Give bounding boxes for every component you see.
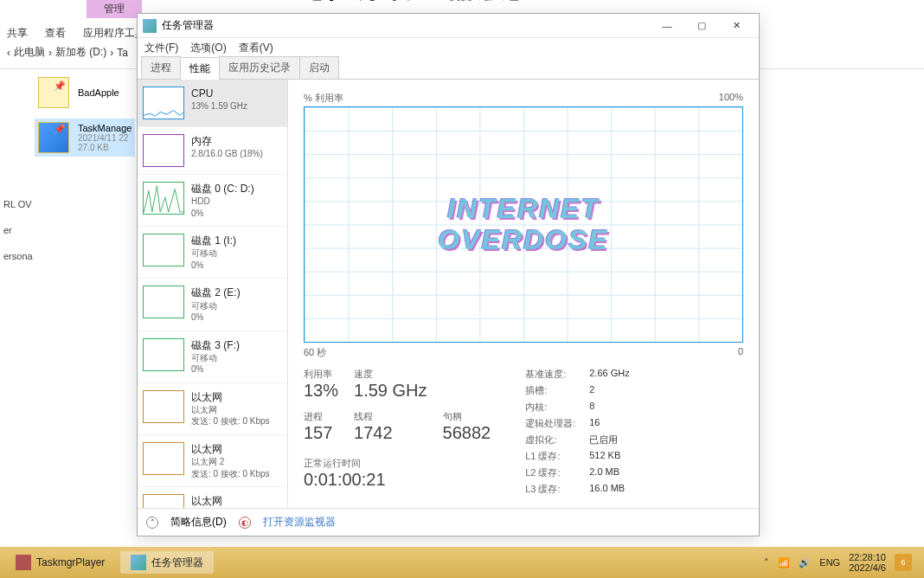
breadcrumb[interactable]: ‹ 此电脑 › 新加卷 (D:) › Ta <box>7 45 128 60</box>
chart-art-overlay: INTERNET OVERDOSE <box>311 114 735 335</box>
tray-chevron-icon[interactable]: ˄ <box>764 557 769 568</box>
detail-value: 2.66 GHz <box>589 368 629 381</box>
detail-label: L2 缓存: <box>525 466 575 479</box>
toolbar-view[interactable]: 查看 <box>45 26 66 41</box>
menu-view[interactable]: 查看(V) <box>239 41 273 55</box>
detail-label: 内核: <box>525 401 575 414</box>
panel-name: 以太网 <box>191 442 270 456</box>
panel-net-7[interactable]: 以太网以太网 2发送: 0 接收: 0 Kbps <box>138 435 287 487</box>
clock[interactable]: 22:28:10 2022/4/6 <box>849 552 886 573</box>
taskbar-item-taskmgr[interactable]: 任务管理器 <box>120 551 214 574</box>
taskbar[interactable]: TaskmgrPlayer 任务管理器 ˄ 📶 🔊 ENG 22:28:10 2… <box>0 547 924 578</box>
chart-label-0: 0 <box>738 346 743 359</box>
panel-net-6[interactable]: 以太网以太网发送: 0 接收: 0 Kbps <box>138 383 287 435</box>
chart-label-100: 100% <box>719 92 743 105</box>
volume-icon[interactable]: 🔊 <box>799 557 811 568</box>
taskmgr-icon <box>143 19 157 33</box>
network-icon[interactable]: 📶 <box>778 557 790 568</box>
detail-value: 512 KB <box>589 450 629 463</box>
open-resmon-link[interactable]: 打开资源监视器 <box>263 515 336 530</box>
file-item-taskmanager[interactable]: TaskManage 2021/4/11 22 27.0 KB <box>35 119 135 157</box>
thumb-chart-icon <box>143 442 184 475</box>
pin-icon: 📌 <box>54 124 66 135</box>
panel-name: 内存 <box>191 134 263 148</box>
chevron-up-icon[interactable]: ˄ <box>146 517 158 529</box>
cpu-utilization-chart[interactable]: INTERNET OVERDOSE <box>304 106 743 343</box>
taskbar-item-player[interactable]: TaskmgrPlayer <box>5 551 115 574</box>
menu-options[interactable]: 选项(O) <box>190 41 226 55</box>
detail-value: 8 <box>589 401 629 414</box>
thumb-chart-icon <box>143 182 184 215</box>
overlay-title: 【任务管理器版】 <box>295 0 537 7</box>
panel-mem-1[interactable]: 内存2.8/16.0 GB (18%) <box>138 127 287 175</box>
panel-cpu-0[interactable]: CPU13% 1.59 GHz <box>138 80 287 127</box>
file-item-badapple[interactable]: BadApple <box>35 74 135 112</box>
explorer-sidebar: RL OV er ersona <box>0 199 33 261</box>
explorer-file-list: 📌 BadApple 📌 TaskManage 2021/4/11 22 27.… <box>35 74 135 157</box>
ime-indicator[interactable]: ENG <box>819 557 840 568</box>
panel-name: CPU <box>191 87 247 100</box>
thumb-chart-icon <box>143 134 184 167</box>
titlebar[interactable]: 任务管理器 — ▢ ✕ <box>138 14 759 38</box>
tab-performance[interactable]: 性能 <box>180 57 220 80</box>
panel-disk-3[interactable]: 磁盘 1 (I:)可移动0% <box>138 227 287 279</box>
pin-icon: 📌 <box>54 80 66 92</box>
stat-speed: 1.59 GHz <box>354 381 427 401</box>
tab-processes[interactable]: 进程 <box>141 56 181 79</box>
close-button[interactable]: ✕ <box>719 16 754 36</box>
stat-uptime: 0:01:00:21 <box>304 470 491 490</box>
performance-sidebar[interactable]: CPU13% 1.59 GHz内存2.8/16.0 GB (18%)磁盘 0 (… <box>138 80 288 508</box>
thumb-chart-icon <box>143 234 184 267</box>
system-tray[interactable]: ˄ 📶 🔊 ENG 22:28:10 2022/4/6 6 <box>764 552 919 573</box>
tab-startup[interactable]: 启动 <box>299 56 339 79</box>
maximize-button[interactable]: ▢ <box>684 16 719 36</box>
stat-handles: 56882 <box>443 423 491 443</box>
panel-disk-4[interactable]: 磁盘 2 (E:)可移动0% <box>138 279 287 331</box>
thumb-chart-icon <box>143 390 184 423</box>
tab-app-history[interactable]: 应用历史记录 <box>219 56 300 79</box>
detail-value: 已启用 <box>589 434 629 446</box>
menu-file[interactable]: 文件(F) <box>144 41 178 55</box>
detail-label: 逻辑处理器: <box>525 417 575 430</box>
minimize-button[interactable]: — <box>650 16 684 36</box>
taskmgr-footer: ˄ 简略信息(D) ◐ 打开资源监视器 <box>138 508 759 536</box>
stat-processes: 157 <box>304 423 338 443</box>
thumb-chart-icon <box>143 494 184 508</box>
detail-value: 2.0 MB <box>589 466 629 479</box>
detail-label: L3 缓存: <box>525 483 575 496</box>
menu-bar: 文件(F) 选项(O) 查看(V) <box>138 38 759 57</box>
detail-value: 16.0 MB <box>589 483 629 496</box>
toolbar-share[interactable]: 共享 <box>7 26 28 41</box>
brief-info-link[interactable]: 简略信息(D) <box>170 515 227 530</box>
panel-name: 以太网 <box>191 390 270 404</box>
thumb-chart-icon <box>143 87 184 119</box>
tab-bar: 进程 性能 应用历史记录 启动 <box>138 57 759 80</box>
panel-disk-5[interactable]: 磁盘 3 (F:)可移动0% <box>138 331 287 383</box>
chart-label-60s: 60 秒 <box>304 346 326 359</box>
wine-icon <box>16 555 31 570</box>
notification-icon[interactable]: 6 <box>895 554 912 571</box>
stat-threads: 1742 <box>354 423 427 443</box>
panel-disk-2[interactable]: 磁盘 0 (C: D:)HDD0% <box>138 175 287 227</box>
detail-value: 16 <box>589 417 629 430</box>
taskmgr-icon <box>131 555 146 570</box>
detail-label: 基准速度: <box>525 368 575 381</box>
detail-value: 2 <box>589 384 629 397</box>
thumb-chart-icon <box>143 286 184 318</box>
stat-utilization: 13% <box>304 381 338 401</box>
cpu-details: 基准速度:2.66 GHz插槽:2内核:8逻辑处理器:16虚拟化:已启用L1 缓… <box>525 368 630 496</box>
panel-name: 以太网 <box>191 494 224 508</box>
thumb-chart-icon <box>143 338 184 371</box>
performance-main: % 利用率 100% INTERNET OVERDOSE 60 秒 0 利用率 … <box>288 80 759 508</box>
explorer-ribbon-tab[interactable]: 管理 <box>87 0 142 18</box>
resmon-icon: ◐ <box>239 517 251 529</box>
panel-name: 磁盘 0 (C: D:) <box>191 182 254 196</box>
panel-net-8[interactable]: 以太网以太网 3 <box>138 487 287 508</box>
detail-label: L1 缓存: <box>525 450 575 463</box>
chart-label-util: % 利用率 <box>304 92 343 105</box>
panel-name: 磁盘 2 (E:) <box>191 286 241 299</box>
window-title: 任务管理器 <box>162 18 650 33</box>
detail-label: 插槽: <box>525 384 575 397</box>
detail-label: 虚拟化: <box>525 434 575 446</box>
task-manager-window: 任务管理器 — ▢ ✕ 文件(F) 选项(O) 查看(V) 进程 性能 应用历史… <box>137 13 760 536</box>
